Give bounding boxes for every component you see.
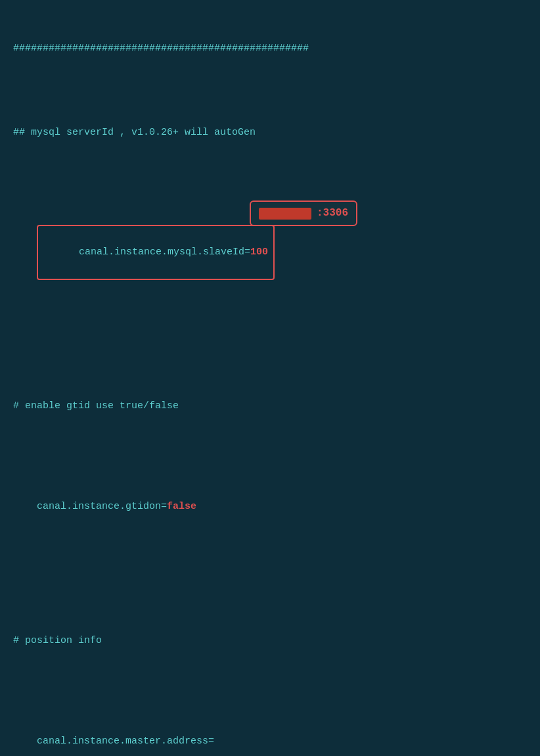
gtidon-key: canal.instance.gtidon= bbox=[37, 501, 167, 512]
mysql-server-comment: ## mysql serverId , v1.0.26+ will autoGe… bbox=[13, 124, 527, 141]
master-address-line: canal.instance.master.address= bbox=[13, 716, 527, 756]
address-port: :3306 bbox=[317, 204, 348, 222]
gtidon-value: false bbox=[167, 501, 196, 512]
position-comment: # position info bbox=[13, 632, 527, 650]
address-redacted bbox=[259, 208, 311, 220]
address-highlight-box: :3306 bbox=[250, 201, 357, 226]
gtidon-line: canal.instance.gtidon=false bbox=[13, 481, 527, 532]
slave-id-value: 100 bbox=[250, 247, 268, 258]
gtid-comment: # enable gtid use true/false bbox=[13, 398, 527, 415]
hash-line: ########################################… bbox=[13, 40, 527, 57]
master-address-key: canal.instance.master.address= bbox=[37, 736, 214, 747]
slave-id-key: canal.instance.mysql.slaveId= bbox=[79, 247, 250, 258]
